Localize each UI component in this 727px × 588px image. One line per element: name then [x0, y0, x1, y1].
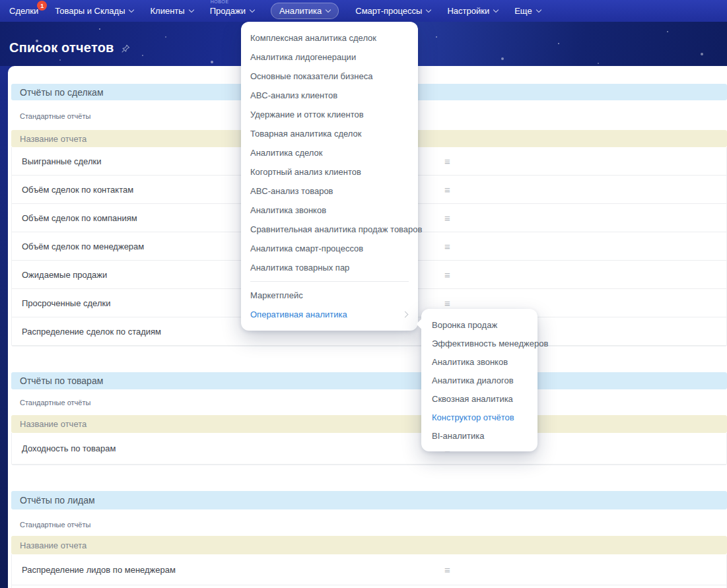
row-menu-icon[interactable]: ≡ [444, 212, 450, 224]
menu-item-complex-deal-analytics[interactable]: Комплексная аналитика сделок [241, 28, 418, 48]
row-menu-icon[interactable]: ≡ [444, 269, 450, 280]
menu-divider [250, 281, 409, 282]
nav-item-label: Смарт-процессы [355, 6, 422, 16]
submenu-item-call-analytics[interactable]: Аналитика звонков [421, 352, 537, 371]
submenu-item-end-to-end-analytics[interactable]: Сквозная аналитика [421, 389, 537, 408]
row-menu-icon[interactable]: ≡ [444, 184, 450, 195]
menu-item-key-business-indicators[interactable]: Основные показатели бизнеса [241, 67, 418, 86]
nav-item-label: Продажи [210, 6, 246, 16]
report-name: Выигранные сделки [22, 156, 101, 166]
menu-item-abc-product-analysis[interactable]: ABC-анализ товаров [241, 181, 418, 201]
report-name: Распределение сделок по стадиям [22, 327, 161, 337]
menu-item-marketplace[interactable]: Маркетплейс [241, 286, 418, 305]
menu-item-cohort-analysis[interactable]: Когортный анализ клиентов [241, 162, 418, 181]
menu-item-leadgen-analytics[interactable]: Аналитика лидогенерации [241, 48, 418, 67]
chevron-down-icon [536, 7, 541, 13]
report-name: Объём сделок по компаниям [22, 213, 137, 223]
submenu-item-manager-efficiency[interactable]: Эффективность менеджеров [421, 334, 537, 352]
chevron-down-icon [426, 7, 431, 13]
menu-item-deal-analytics[interactable]: Аналитика сделок [241, 143, 418, 162]
menu-item-retention-churn[interactable]: Удержание и отток клиентов [241, 105, 418, 124]
analytics-dropdown: Комплексная аналитика сделок Аналитика л… [241, 22, 418, 331]
menu-item-product-deal-analytics[interactable]: Товарная аналитика сделок [241, 124, 418, 143]
chevron-down-icon [250, 7, 255, 13]
chevron-down-icon [188, 7, 193, 13]
page-title: Список отчетов [9, 40, 114, 55]
row-menu-icon[interactable]: ≡ [444, 241, 450, 252]
row-menu-icon[interactable]: ≡ [444, 564, 450, 575]
menu-item-operational-analytics[interactable]: Оперативная аналитика [241, 305, 418, 324]
nav-item-label: Аналитика [279, 6, 322, 16]
row-menu-icon[interactable]: ≡ [444, 298, 450, 309]
chevron-down-icon [493, 7, 499, 13]
operational-analytics-submenu: Воронка продаж Эффективность менеджеров … [421, 309, 537, 451]
section-header: Отчёты по товарам [11, 372, 727, 389]
menu-item-call-analytics[interactable]: Аналитика звонков [241, 201, 418, 220]
nav-item-analytics[interactable]: Аналитика [271, 3, 339, 19]
pin-icon[interactable] [121, 44, 131, 53]
page-title-row: Список отчетов [9, 40, 131, 55]
nav-item-clients[interactable]: Клиенты [150, 6, 193, 16]
star-decoration [0, 22, 1, 23]
report-name: Объём сделок по контактам [22, 185, 133, 195]
nav-item-label: Клиенты [150, 6, 184, 16]
row-menu-icon[interactable]: ≡ [444, 156, 450, 167]
section-product-reports: Отчёты по товарам Стандартные отчёты Наз… [11, 372, 727, 465]
report-name: Ожидаемые продажи [22, 270, 107, 280]
section-lead-reports: Отчёты по лидам Стандартные отчёты Назва… [11, 491, 727, 588]
table-row[interactable]: Распределение лидов по менеджерам ≡ [12, 554, 726, 585]
nav-item-settings[interactable]: Настройки [447, 6, 498, 16]
top-nav: Сделки 1 Товары и Склады Клиенты НОВОЕ П… [0, 0, 727, 22]
nav-item-smart-processes[interactable]: Смарт-процессы [355, 6, 431, 16]
report-name: Доходность по товарам [22, 443, 116, 453]
chevron-down-icon [129, 7, 134, 13]
column-header: Название отчета [11, 415, 727, 433]
nav-item-deals[interactable]: Сделки 1 [9, 6, 38, 16]
menu-item-smart-process-analytics[interactable]: Аналитика смарт-процессов [241, 239, 418, 258]
table-row[interactable]: Доходность по товарам ≡ [12, 433, 726, 465]
new-tag: НОВОЕ [211, 0, 229, 4]
report-name: Просроченные сделки [22, 298, 110, 308]
chevron-right-icon [402, 311, 409, 318]
menu-item-comparative-product-sales[interactable]: Сравнительная аналитика продаж товаров [241, 220, 418, 239]
section-subtitle: Стандартные отчёты [20, 521, 727, 529]
menu-item-abc-client-analysis[interactable]: ABC-анализ клиентов [241, 86, 418, 105]
table-row[interactable] [12, 585, 726, 588]
menu-item-label: Оперативная аналитика [250, 310, 347, 319]
column-header: Название отчета [11, 536, 727, 554]
report-table: Распределение лидов по менеджерам ≡ [11, 554, 727, 588]
submenu-item-bi-analytics[interactable]: BI-аналитика [421, 426, 537, 445]
submenu-item-report-constructor[interactable]: Конструктор отчётов [421, 408, 537, 426]
section-subtitle: Стандартные отчёты [20, 399, 727, 407]
nav-item-label: Сделки [9, 6, 38, 16]
nav-item-more[interactable]: Еще [514, 6, 540, 16]
nav-item-label: Товары и Склады [55, 6, 125, 16]
submenu-item-dialog-analytics[interactable]: Аналитика диалогов [421, 371, 537, 389]
section-header: Отчёты по лидам [11, 491, 727, 509]
notification-badge: 1 [37, 1, 47, 11]
nav-item-label: Еще [514, 6, 532, 16]
report-name: Распределение лидов по менеджерам [22, 565, 176, 575]
report-table: Доходность по товарам ≡ [11, 433, 727, 465]
chevron-down-icon [326, 7, 331, 13]
menu-item-product-pair-analytics[interactable]: Аналитика товарных пар [241, 258, 418, 277]
nav-item-label: Настройки [447, 6, 489, 16]
nav-item-sales[interactable]: НОВОЕ Продажи [210, 6, 254, 16]
report-name: Объём сделок по менеджерам [22, 242, 144, 251]
nav-item-products-warehouses[interactable]: Товары и Склады [55, 6, 133, 16]
submenu-item-sales-funnel[interactable]: Воронка продаж [421, 315, 537, 334]
